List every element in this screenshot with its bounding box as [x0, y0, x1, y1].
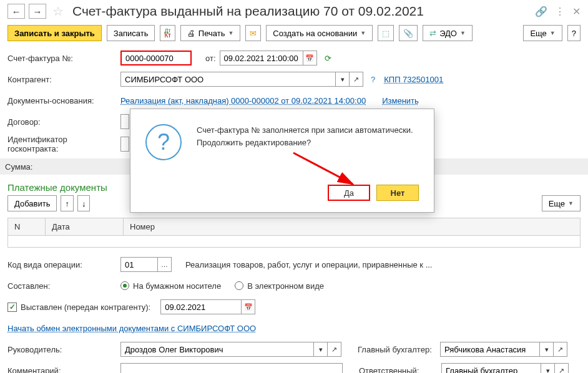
kpp-link[interactable]: КПП 732501001 — [384, 75, 443, 84]
issued-label: Выставлен (передан контрагенту): — [21, 303, 150, 312]
no-button[interactable]: Нет — [376, 185, 419, 201]
chief-acc-group: ▾ ↗ — [440, 342, 567, 357]
edo-icon: ⇄ — [429, 29, 436, 38]
col-number[interactable]: Номер — [124, 218, 580, 235]
open-icon[interactable]: ↗ — [350, 72, 363, 87]
date-input[interactable] — [220, 51, 303, 65]
op-desc: Реализация товаров, работ, услуг и опера… — [185, 260, 432, 269]
favorite-icon[interactable]: ☆ — [52, 4, 64, 19]
dropdown-icon[interactable]: ▾ — [540, 342, 554, 357]
open-icon[interactable]: ↗ — [555, 363, 569, 373]
composed-label: Составлен: — [7, 281, 117, 291]
radio-paper[interactable]: На бумажном носителе — [120, 281, 221, 291]
attach-button[interactable]: 📎 — [399, 25, 418, 41]
yes-button[interactable]: Да — [328, 185, 370, 201]
change-link[interactable]: Изменить — [382, 96, 419, 105]
manager-group: ▾ ↗ — [120, 342, 341, 357]
move-down-button[interactable]: ↓ — [77, 195, 91, 211]
link-icon[interactable]: 🔗 — [535, 6, 547, 17]
payment-table: N Дата Номер — [7, 218, 581, 248]
menu-icon[interactable]: ⋮ — [555, 6, 565, 17]
open-icon[interactable]: ↗ — [328, 342, 341, 357]
dropdown-icon[interactable]: ▾ — [314, 342, 328, 357]
radio-icon — [120, 281, 129, 290]
chevron-down-icon: ▼ — [568, 200, 574, 206]
move-up-button[interactable]: ↑ — [61, 195, 74, 211]
basis-link[interactable]: Реализация (акт, накладная) 0000-000002 … — [120, 96, 366, 105]
question-icon: ? — [145, 124, 182, 160]
confirm-dialog: ? Счет-фактура № заполняется при записи … — [130, 109, 434, 213]
dropdown-icon[interactable]: ▾ — [541, 363, 555, 373]
calendar-icon[interactable]: 📅 — [242, 299, 255, 314]
create-based-button[interactable]: Создать на основании ▼ — [266, 25, 373, 41]
chief-acc-input[interactable] — [440, 342, 540, 357]
gov-contract-label: Идентификатор госконтракта: — [7, 135, 117, 153]
edo-button[interactable]: ⇄ ЭДО ▼ — [423, 25, 473, 41]
mail-icon: ✉ — [250, 29, 257, 38]
op-code-group: … — [120, 257, 172, 272]
select-icon[interactable]: … — [158, 257, 172, 272]
radio-icon — [235, 281, 243, 290]
dialog-text: Счет-фактура № заполняется при записи ав… — [197, 124, 413, 160]
calendar-icon[interactable]: 📅 — [303, 51, 317, 65]
gov-contract-input[interactable] — [120, 137, 129, 152]
chevron-down-icon: ▼ — [550, 30, 556, 36]
save-close-button[interactable]: Записать и закрыть — [7, 25, 102, 41]
manager-label: Руководитель: — [7, 345, 117, 354]
more-button-2[interactable]: Еще ▼ — [542, 195, 581, 211]
chevron-down-icon: ▼ — [360, 30, 366, 36]
help-icon[interactable]: ? — [371, 75, 375, 84]
issued-checkbox[interactable]: ✓ — [7, 303, 17, 312]
issued-date-input[interactable] — [160, 299, 242, 314]
from-label: от: — [205, 54, 216, 63]
table-body[interactable] — [8, 236, 580, 247]
basis-label: Документы-основания: — [7, 96, 117, 105]
chevron-down-icon: ▼ — [460, 30, 466, 36]
chief-acc-label: Главный бухгалтер: — [358, 345, 436, 354]
save-button[interactable]: Записать — [107, 25, 155, 41]
radio-electronic[interactable]: В электронном виде — [235, 281, 324, 291]
action-icon[interactable]: ⟳ — [325, 54, 331, 63]
issued-date-group: 📅 — [160, 299, 255, 314]
print-button[interactable]: 🖨 Печать ▼ — [180, 25, 241, 41]
responsible-group: ▾ ↗ — [441, 363, 569, 373]
more-button[interactable]: Еще ▼ — [523, 25, 562, 41]
printer-icon: 🖨 — [187, 29, 195, 38]
close-icon[interactable]: ✕ — [572, 6, 581, 17]
op-code-label: Код вида операции: — [7, 260, 117, 269]
op-code-input[interactable] — [120, 257, 158, 272]
structure-button[interactable]: ⬚ — [378, 25, 394, 41]
chevron-down-icon: ▼ — [228, 30, 233, 36]
mail-button[interactable]: ✉ — [245, 25, 261, 41]
invoice-no-label: Счет-фактура №: — [7, 54, 117, 63]
date-input-group: 📅 — [220, 51, 317, 65]
comment-input[interactable] — [120, 363, 343, 373]
counterparty-group: ▾ ↗ — [120, 72, 363, 87]
page-title: Счет-фактура выданный на реализацию 70 о… — [72, 4, 531, 19]
structure-icon: ⬚ — [382, 29, 390, 38]
paperclip-icon: 📎 — [403, 29, 413, 38]
dropdown-icon[interactable]: ▾ — [336, 72, 350, 87]
open-icon[interactable]: ↗ — [554, 342, 567, 357]
counterparty-label: Контрагент: — [7, 75, 117, 84]
sum-label: Сумма: — [5, 162, 32, 172]
add-button[interactable]: Добавить — [7, 195, 57, 211]
forward-button[interactable]: → — [29, 4, 46, 19]
counterparty-input[interactable] — [120, 72, 336, 87]
contract-label: Договор: — [7, 117, 117, 127]
comment-label: Комментарий: — [7, 366, 117, 374]
back-button[interactable]: ← — [7, 4, 25, 19]
help-button[interactable]: ? — [567, 25, 581, 41]
exchange-link[interactable]: Начать обмен электронными документами с … — [7, 324, 256, 333]
responsible-input[interactable] — [441, 363, 541, 373]
invoice-no-input[interactable] — [120, 51, 192, 65]
col-n[interactable]: N — [8, 218, 46, 235]
dtkt-button[interactable]: ДтКт — [160, 25, 175, 41]
contract-input[interactable] — [120, 114, 129, 129]
col-date[interactable]: Дата — [46, 218, 124, 235]
manager-input[interactable] — [120, 342, 314, 357]
responsible-label: Ответственный: — [359, 366, 438, 374]
